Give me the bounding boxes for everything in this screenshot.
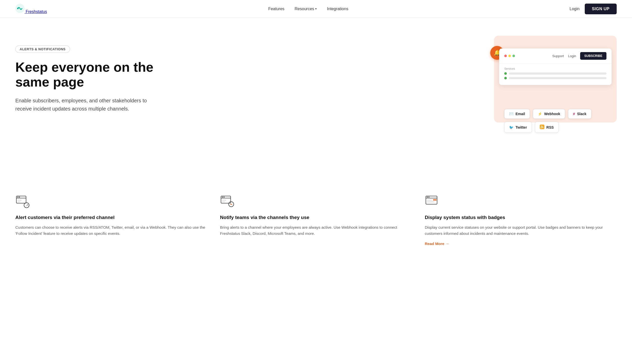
dot-red — [504, 55, 507, 57]
feature-preferred-title: Alert customers via their preferred chan… — [15, 214, 207, 221]
svg-rect-26 — [427, 201, 435, 202]
svg-point-19 — [231, 203, 232, 204]
feature-preferred-channel: ↗ Alert customers via their preferred ch… — [15, 194, 207, 246]
read-more-link[interactable]: Read More → — [425, 241, 449, 246]
hero-badge: ALERTS & NOTIFICATIONS — [15, 45, 70, 53]
slack-channel-button[interactable]: # Slack — [568, 109, 591, 119]
rss-icon — [540, 125, 544, 130]
feature-teams-title: Notify teams via the channels they use — [220, 214, 412, 221]
logo[interactable]: Freshstatus — [15, 4, 47, 14]
team-notify-icon — [220, 195, 235, 209]
service-row-2 — [504, 77, 606, 79]
svg-point-7 — [19, 197, 20, 198]
channels-row-2: 🐦 Twitter RSS — [504, 122, 591, 133]
feature-badges-desc: Display current service statuses on your… — [425, 224, 617, 237]
dot-green — [512, 55, 515, 57]
services-label: Services — [504, 67, 606, 70]
webhook-icon: ⚡ — [538, 112, 542, 116]
nav-features[interactable]: Features — [268, 7, 284, 11]
svg-text:↗: ↗ — [26, 203, 28, 207]
hero-description: Enable subscribers, employees, and other… — [15, 96, 148, 113]
card-nav-login: Login — [568, 54, 576, 58]
svg-point-24 — [428, 197, 429, 198]
channels-overlay: ✉️ Email ⚡ Webhook # Slack 🐦 Tw — [504, 109, 591, 133]
logo-text: Freshstatus — [26, 9, 47, 14]
features-section: ↗ Alert customers via their preferred ch… — [0, 168, 632, 261]
slack-icon: # — [573, 112, 575, 116]
dot-yellow — [508, 55, 511, 57]
card-nav: Support Login SUBSCRIBE — [552, 52, 606, 60]
feature-teams-desc: Bring alerts to a channel where your emp… — [220, 224, 412, 237]
svg-point-6 — [17, 197, 18, 198]
service-bar — [509, 77, 606, 79]
svg-point-1 — [17, 8, 19, 9]
illustration-background: 🔔 Support Login SUBSCRIBE Se — [494, 36, 617, 123]
window-dots — [504, 55, 515, 57]
email-channel-button[interactable]: ✉️ Email — [504, 109, 530, 119]
service-status-dot — [504, 77, 507, 79]
nav-integrations[interactable]: Integrations — [327, 7, 348, 11]
card-header: Support Login SUBSCRIBE — [499, 48, 612, 64]
nav-links: Features Resources ▾ Integrations — [268, 7, 348, 11]
rss-label: RSS — [546, 125, 554, 129]
svg-point-3 — [541, 127, 542, 128]
svg-rect-25 — [427, 200, 432, 201]
svg-rect-17 — [222, 201, 225, 202]
feature-preferred-desc: Customers can choose to receive alerts v… — [15, 224, 207, 237]
logo-icon — [15, 4, 25, 13]
channels-row-1: ✉️ Email ⚡ Webhook # Slack — [504, 109, 591, 119]
nav-signup-button[interactable]: SIGN UP — [585, 4, 617, 14]
card-nav-support: Support — [552, 54, 564, 58]
svg-rect-8 — [17, 200, 21, 201]
webhook-channel-button[interactable]: ⚡ Webhook — [533, 109, 565, 119]
card-subscribe-button[interactable]: SUBSCRIBE — [580, 52, 606, 60]
nav-resources[interactable]: Resources ▾ — [295, 7, 317, 11]
hero-right: 🔔 Support Login SUBSCRIBE Se — [494, 36, 617, 123]
feature-badges: Display system status with badges Displa… — [425, 194, 617, 246]
click-subscribe-icon: ↗ — [16, 195, 30, 209]
twitter-label: Twitter — [516, 125, 527, 129]
feature-icon-teams — [220, 194, 412, 209]
hero-left: ALERTS & NOTIFICATIONS Keep everyone on … — [15, 45, 169, 113]
webhook-label: Webhook — [544, 112, 560, 116]
email-label: Email — [516, 112, 525, 116]
chevron-down-icon: ▾ — [315, 7, 317, 10]
navbar: Freshstatus Features Resources ▾ Integra… — [0, 0, 632, 18]
rss-channel-button[interactable]: RSS — [535, 122, 559, 133]
feature-icon-badges — [425, 194, 617, 209]
svg-rect-27 — [433, 199, 437, 201]
svg-point-23 — [427, 197, 428, 198]
slack-label: Slack — [577, 112, 587, 116]
status-page-card: Support Login SUBSCRIBE Services — [499, 48, 612, 85]
service-status-dot — [504, 72, 507, 75]
feature-icon-preferred: ↗ — [15, 194, 207, 209]
svg-rect-9 — [17, 201, 20, 202]
hero-title: Keep everyone on the same page — [15, 60, 169, 89]
feature-badges-title: Display system status with badges — [425, 214, 617, 221]
nav-cta-group: Login SIGN UP — [570, 4, 617, 14]
email-icon: ✉️ — [509, 112, 513, 116]
svg-point-15 — [224, 197, 225, 198]
svg-point-20 — [231, 205, 232, 206]
spacer — [0, 138, 632, 168]
status-badge-icon — [425, 195, 440, 209]
hero-section: ALERTS & NOTIFICATIONS Keep everyone on … — [0, 18, 632, 138]
card-body: Services — [499, 64, 612, 85]
service-bar — [509, 72, 606, 75]
twitter-channel-button[interactable]: 🐦 Twitter — [504, 122, 532, 133]
svg-point-14 — [222, 197, 223, 198]
twitter-icon: 🐦 — [509, 125, 513, 129]
service-row-1 — [504, 72, 606, 75]
svg-rect-16 — [222, 200, 226, 201]
nav-login-link[interactable]: Login — [570, 7, 580, 11]
feature-team-channels: Notify teams via the channels they use B… — [220, 194, 412, 246]
